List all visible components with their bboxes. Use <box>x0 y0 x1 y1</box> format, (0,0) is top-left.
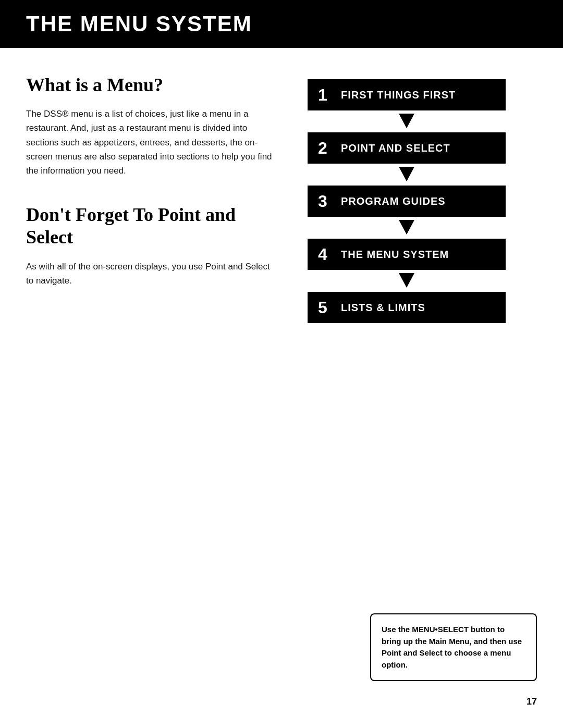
main-content: What is a Menu? The DSS® menu is a list … <box>0 74 563 323</box>
menu-number-2: 2 <box>318 140 335 156</box>
svg-marker-3 <box>399 273 414 288</box>
section1-body: The DSS® menu is a list of choices, just… <box>26 107 276 178</box>
arrow-4 <box>308 270 506 292</box>
header-banner: THE MENU SYSTEM <box>0 0 563 48</box>
section2-body: As with all of the on-screen displays, y… <box>26 260 276 288</box>
menu-label-1: FIRST THINGS FIRST <box>341 89 456 101</box>
menu-item-1: 1 FIRST THINGS FIRST <box>308 79 506 110</box>
menu-label-3: PROGRAM GUIDES <box>341 195 446 207</box>
menu-label-5: LISTS & LIMITS <box>341 302 425 314</box>
arrow-3 <box>308 217 506 239</box>
menu-item-4: 4 THE MENU SYSTEM <box>308 239 506 270</box>
section-what-is-menu: What is a Menu? The DSS® menu is a list … <box>26 74 276 178</box>
section2-title: Don't Forget To Point and Select <box>26 204 276 249</box>
menu-number-4: 4 <box>318 246 335 263</box>
menu-number-5: 5 <box>318 299 335 316</box>
menu-label-2: POINT AND SELECT <box>341 142 450 154</box>
menu-number-3: 3 <box>318 193 335 209</box>
tip-text: Use the MENU•SELECT button to bring up t… <box>382 624 525 671</box>
svg-marker-1 <box>399 167 414 181</box>
menu-item-2: 2 POINT AND SELECT <box>308 132 506 164</box>
section-point-select: Don't Forget To Point and Select As with… <box>26 204 276 288</box>
tip-box: Use the MENU•SELECT button to bring up t… <box>370 613 537 681</box>
svg-marker-2 <box>399 220 414 235</box>
page-number: 17 <box>527 696 537 707</box>
arrow-1 <box>308 110 506 132</box>
menu-item-3: 3 PROGRAM GUIDES <box>308 186 506 217</box>
page: THE MENU SYSTEM What is a Menu? The DSS®… <box>0 0 563 728</box>
menu-item-5: 5 LISTS & LIMITS <box>308 292 506 323</box>
page-title: THE MENU SYSTEM <box>26 11 537 36</box>
section1-title: What is a Menu? <box>26 74 276 96</box>
svg-marker-0 <box>399 114 414 128</box>
right-column: 1 FIRST THINGS FIRST 2 POINT AND SELECT <box>308 74 506 323</box>
menu-number-1: 1 <box>318 87 335 103</box>
left-column: What is a Menu? The DSS® menu is a list … <box>26 74 276 323</box>
menu-label-4: THE MENU SYSTEM <box>341 249 449 261</box>
arrow-2 <box>308 164 506 186</box>
